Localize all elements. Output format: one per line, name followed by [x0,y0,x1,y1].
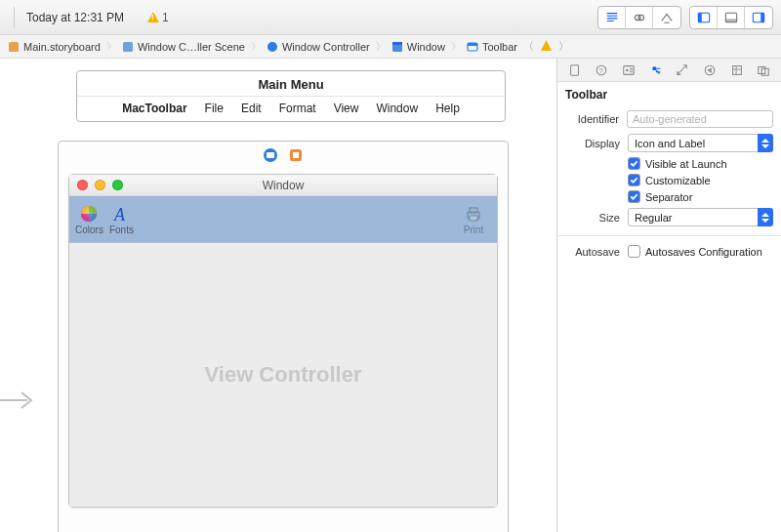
menu-item-edit[interactable]: Edit [241,102,262,115]
svg-marker-15 [541,40,552,51]
toolbar-item-colors[interactable]: Colors [75,203,103,235]
svg-rect-18 [267,152,274,158]
window-content-view[interactable]: View Controller [69,243,497,507]
jump-forward-button[interactable]: 〉 [555,39,572,54]
window-icon [391,41,403,53]
svg-text:A: A [113,205,126,224]
separator-checkbox[interactable] [628,190,640,203]
window-controller-dock-icon[interactable] [263,147,278,163]
chevron-updown-icon [758,208,773,226]
file-inspector-tab[interactable] [566,61,584,79]
toolbar-item-fonts[interactable]: A Fonts [109,203,134,235]
jump-crumb-window[interactable]: Window [390,35,447,59]
svg-rect-14 [468,43,477,46]
warning-indicator[interactable]: 1 [147,11,169,24]
interface-builder-canvas[interactable]: Main Menu MacToolbar File Edit Format Vi… [0,59,556,532]
window-title: Window [69,179,497,192]
quick-help-inspector-tab[interactable]: ? [593,61,610,79]
xcode-toolbar: Today at 12:31 PM 1 [0,0,781,35]
window-controller-scene[interactable]: Window Colors [58,141,509,532]
attributes-inspector-tab[interactable] [647,61,665,79]
svg-rect-27 [570,64,578,75]
editor-mode-segment[interactable] [597,6,681,29]
svg-rect-33 [732,65,741,74]
menu-item-format[interactable]: Format [279,102,316,115]
visible-at-launch-checkbox[interactable] [628,157,640,170]
svg-rect-20 [293,152,299,158]
initial-controller-arrow-icon [0,381,39,423]
customizable-checkbox[interactable] [628,174,640,186]
crumb-label: Toolbar [482,41,517,53]
menu-item-app[interactable]: MacToolbar [122,102,186,115]
chevron-icon: 〉 [106,40,116,54]
svg-point-31 [626,68,629,71]
autosaves-configuration-checkbox[interactable] [628,245,640,258]
svg-rect-8 [9,42,19,52]
svg-marker-38 [761,213,769,217]
size-inspector-tab[interactable] [674,61,691,79]
chevron-icon: 〉 [251,40,261,54]
scene-dock[interactable] [59,142,508,172]
toggle-utilities-button[interactable] [745,7,772,28]
menu-item-window[interactable]: Window [376,102,418,115]
crumb-label: Window [407,41,445,53]
menu-item-help[interactable]: Help [435,102,460,115]
assistant-editor-button[interactable] [626,7,653,28]
menu-item-view[interactable]: View [334,102,359,115]
crumb-label: Window Controller [282,41,370,53]
chevron-updown-icon [758,134,773,152]
jump-issue-button[interactable] [537,40,555,53]
svg-text:?: ? [599,66,603,73]
toolbar-icon [467,41,478,53]
display-value: Icon and Label [635,138,705,149]
separator-label: Separator [645,191,692,203]
size-label: Size [565,212,620,224]
version-editor-button[interactable] [653,7,680,28]
toolbar-item-print[interactable]: Print [462,203,485,235]
svg-rect-9 [123,42,133,52]
svg-rect-12 [392,42,402,45]
svg-marker-39 [761,219,769,223]
identifier-field[interactable] [627,110,773,128]
effects-inspector-tab[interactable] [755,61,772,79]
bindings-inspector-tab[interactable] [728,61,746,79]
jump-crumb-toolbar[interactable]: Toolbar [465,35,519,59]
inspector-tab-bar: ? [557,59,781,82]
jump-crumb-storyboard[interactable]: Main.storyboard [6,35,103,59]
jump-bar: Main.storyboard 〉 Window C…ller Scene 〉 … [0,35,781,59]
window-object[interactable]: Window Colors [68,174,498,508]
display-label: Display [565,138,620,149]
window-toolbar[interactable]: Colors A Fonts Print [69,196,497,243]
divider [557,235,781,236]
scene-icon [122,41,134,53]
window-titlebar: Window [69,175,497,196]
autosaves-configuration-label: Autosaves Configuration [645,246,762,258]
warning-count: 1 [162,11,169,24]
customizable-label: Customizable [645,175,711,186]
jump-crumb-window-controller[interactable]: Window Controller [265,35,372,59]
svg-rect-3 [698,13,702,22]
view-controller-placeholder: View Controller [205,362,362,388]
panel-visibility-segment[interactable] [689,6,773,29]
jump-crumb-scene[interactable]: Window C…ller Scene [120,35,247,59]
window-controller-icon [267,41,278,53]
toggle-debug-area-button[interactable] [718,7,745,28]
size-select[interactable]: Regular [628,208,773,226]
inspector-section-title: Toolbar [557,82,781,107]
first-responder-dock-icon[interactable] [288,147,304,163]
fonts-icon: A [109,203,133,225]
crumb-label: Window C…ller Scene [138,41,245,53]
svg-point-1 [637,15,643,20]
display-select[interactable]: Icon and Label [628,134,773,152]
svg-rect-7 [760,13,764,22]
jump-back-button[interactable]: 〈 [519,39,537,54]
connections-inspector-tab[interactable] [701,61,719,79]
main-menu-title: Main Menu [77,71,505,97]
svg-marker-37 [761,144,769,148]
main-menu-object[interactable]: Main Menu MacToolbar File Edit Format Vi… [76,70,506,122]
storyboard-icon [8,41,20,53]
standard-editor-button[interactable] [598,7,626,28]
menu-item-file[interactable]: File [205,102,224,115]
identity-inspector-tab[interactable] [620,61,637,79]
toggle-navigator-button[interactable] [690,7,718,28]
